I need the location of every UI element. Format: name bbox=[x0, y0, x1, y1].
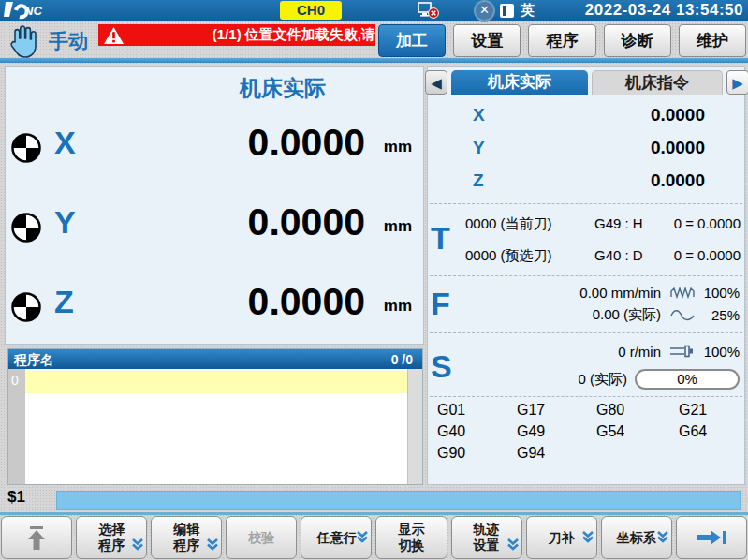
tool-comp-value: 0 = 0.0000 bbox=[674, 215, 741, 231]
coord-name: Z bbox=[473, 170, 484, 191]
tab-machine-command[interactable]: 机床指令 bbox=[592, 70, 723, 95]
select-program-button[interactable]: 选择 程序 bbox=[76, 516, 147, 559]
tab-setup[interactable]: 设置 bbox=[453, 24, 521, 57]
tool-radius-comp: G40 : D bbox=[594, 247, 643, 263]
datetime-clock: 2022-03-24 13:54:50 bbox=[585, 1, 743, 20]
tab-scroll-right-button[interactable]: ▶ bbox=[726, 70, 748, 95]
coord-value: 0.0000 bbox=[651, 170, 705, 191]
program-list-title: 程序名 bbox=[14, 352, 53, 369]
feed-row-programmed: 0.00 mm/min 100% bbox=[579, 282, 740, 302]
chevron-down-icon bbox=[581, 530, 594, 544]
spindle-row-actual: 0 (实际) 0% bbox=[578, 369, 740, 390]
title-bar: NC CH0 ✕ 英 2022-03-24 13:54:50 bbox=[0, 0, 748, 21]
axis-unit: mm bbox=[384, 217, 412, 236]
edit-program-button[interactable]: 编辑 程序 bbox=[151, 516, 222, 559]
svg-text:NC: NC bbox=[24, 4, 42, 18]
machine-zero-icon bbox=[11, 213, 41, 243]
spindle-actual-value: 0 (实际) bbox=[578, 371, 627, 389]
alarm-message-bar[interactable]: (1/1) 位置文件加载失败,请 bbox=[98, 24, 375, 46]
tab-program[interactable]: 程序 bbox=[528, 24, 595, 57]
feed-row-actual: 0.00 (实际) 25% bbox=[593, 304, 740, 325]
chevron-down-icon bbox=[356, 530, 369, 544]
tool-length-comp: G49 : H bbox=[594, 215, 643, 231]
gcode: G49 bbox=[517, 423, 596, 440]
program-list-header: 程序名 0 /0 bbox=[8, 349, 422, 369]
network-disconnected-icon[interactable] bbox=[418, 2, 442, 19]
program-list-scrollbar[interactable] bbox=[407, 369, 422, 484]
program-list-box: 程序名 0 /0 0 bbox=[7, 348, 423, 485]
chevron-down-icon bbox=[506, 538, 520, 552]
rapid-override-percent: 25% bbox=[697, 307, 740, 323]
return-up-button[interactable] bbox=[1, 516, 72, 559]
gcode: G94 bbox=[517, 445, 596, 462]
gcode: G40 bbox=[437, 423, 517, 440]
coord-name: Y bbox=[473, 138, 485, 158]
divider bbox=[430, 203, 742, 204]
gcode: G80 bbox=[596, 402, 679, 419]
arbitrary-line-button[interactable]: 任意行 bbox=[301, 516, 372, 559]
trajectory-settings-button[interactable]: 轨迹 设置 bbox=[451, 516, 522, 559]
tool-comp-value: 0 = 0.0000 bbox=[674, 247, 741, 263]
chevron-down-icon bbox=[206, 538, 219, 552]
spindle-section-label: S bbox=[431, 348, 452, 385]
line-number-gutter: 0 bbox=[8, 369, 25, 484]
mdi-input-bar[interactable] bbox=[56, 491, 741, 510]
tab-maintenance[interactable]: 维护 bbox=[679, 24, 746, 57]
axis-row-x: X 0.0000 mm bbox=[6, 119, 423, 177]
feed-value: 0.00 mm/min bbox=[579, 285, 661, 301]
divider bbox=[430, 396, 742, 397]
spindle-icon bbox=[668, 345, 697, 358]
coordinate-tab-bar: ◀ 机床实际 机床指令 ▶ bbox=[425, 70, 748, 96]
up-arrow-icon bbox=[22, 523, 51, 552]
coord-row-x: X 0.0000 bbox=[428, 105, 744, 131]
axis-row-z: Z 0.0000 mm bbox=[6, 278, 423, 336]
axis-row-y: Y 0.0000 mm bbox=[6, 199, 423, 257]
tab-machine-actual[interactable]: 机床实际 bbox=[451, 70, 588, 95]
mode-bar: 手动 (1/1) 位置文件加载失败,请 加工 设置 程序 诊断 维护 bbox=[0, 21, 748, 58]
feed-override-percent: 100% bbox=[697, 285, 740, 301]
coord-value: 0.0000 bbox=[651, 138, 705, 158]
machine-status-panel: ◀ 机床实际 机床指令 ▶ X 0.0000 Y 0.0000 Z 0.0000… bbox=[427, 66, 745, 485]
coord-value: 0.0000 bbox=[651, 105, 705, 125]
warning-icon bbox=[103, 26, 125, 45]
program-list-count: 0 /0 bbox=[391, 352, 413, 367]
feed-actual-value: 0.00 (实际) bbox=[593, 306, 661, 324]
axis-name: Y bbox=[54, 204, 76, 241]
spindle-speed-value: 0 r/min bbox=[618, 344, 661, 360]
gcode: G90 bbox=[437, 445, 517, 462]
axis-name: Z bbox=[54, 284, 74, 320]
zigzag-wave-icon bbox=[668, 287, 697, 299]
manual-mode-hand-icon bbox=[7, 23, 40, 59]
spindle-override-percent: 100% bbox=[697, 344, 740, 360]
close-icon[interactable]: ✕ bbox=[476, 2, 493, 20]
axis-name: X bbox=[54, 125, 76, 161]
coord-row-y: Y 0.0000 bbox=[428, 138, 744, 164]
tool-number: 0000 (当前刀) bbox=[465, 215, 552, 233]
tab-machining[interactable]: 加工 bbox=[378, 24, 446, 57]
gcode: G17 bbox=[517, 402, 596, 419]
chevron-down-icon bbox=[131, 538, 144, 552]
channel-badge[interactable]: CH0 bbox=[280, 1, 342, 20]
keyboard-icon[interactable] bbox=[500, 4, 514, 18]
position-panel-title: 机床实际 bbox=[240, 74, 326, 103]
coordinate-system-button[interactable]: 坐标系 bbox=[601, 516, 672, 559]
spindle-row-programmed: 0 r/min 100% bbox=[618, 341, 740, 361]
next-page-icon bbox=[695, 528, 728, 547]
gcode: G64 bbox=[679, 423, 741, 440]
axis-value: 0.0000 bbox=[248, 280, 365, 324]
modal-gcode-grid: G01 G17 G80 G21 G40 G49 G54 G64 G90 G94 bbox=[437, 402, 741, 462]
axis-value: 0.0000 bbox=[248, 121, 365, 165]
channel-indicator: $1 bbox=[7, 488, 25, 507]
machine-zero-icon bbox=[11, 292, 41, 322]
tab-scroll-left-button[interactable]: ◀ bbox=[425, 70, 447, 95]
display-switch-button[interactable]: 显示 切换 bbox=[375, 516, 447, 559]
machine-zero-icon bbox=[11, 133, 41, 163]
main-tab-bar: 加工 设置 程序 诊断 维护 bbox=[378, 24, 746, 57]
gcode: G54 bbox=[596, 423, 679, 440]
coord-row-z: Z 0.0000 bbox=[428, 170, 744, 197]
selected-program-row[interactable] bbox=[25, 371, 409, 393]
tab-diagnosis[interactable]: 诊断 bbox=[604, 24, 671, 57]
language-indicator[interactable]: 英 bbox=[521, 2, 535, 20]
tool-comp-button[interactable]: 刀补 bbox=[526, 516, 597, 559]
next-menu-button[interactable] bbox=[676, 516, 747, 559]
